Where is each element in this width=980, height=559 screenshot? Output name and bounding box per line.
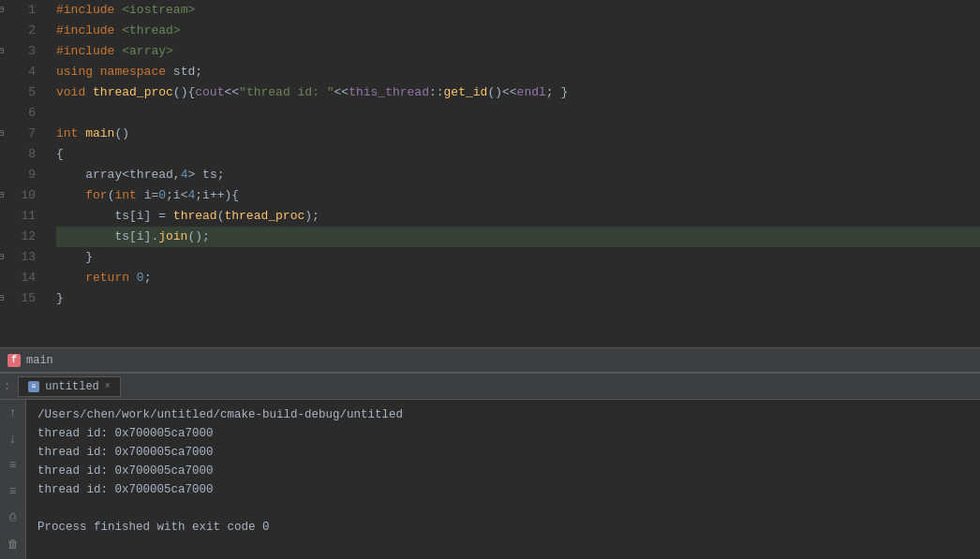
line-number-11: 11 bbox=[0, 206, 39, 227]
line-number-1: ⊟ 1 bbox=[0, 0, 39, 21]
terminal-content-wrapper: ↑ ↓ ≡ ≡ ⎙ 🗑 /Users/chen/work/untitled/cm… bbox=[0, 400, 980, 559]
terminal-tab-close[interactable]: × bbox=[105, 381, 111, 391]
line-number-14: 14 bbox=[0, 268, 39, 288]
code-line-14: return 0; bbox=[56, 268, 980, 288]
code-editor[interactable]: #include <iostream> #include <thread> #i… bbox=[47, 0, 980, 347]
line-numbers: ⊟ 1 2 ⊟ 3 4 5 6 bbox=[0, 0, 47, 347]
terminal-tab-label: untitled bbox=[45, 380, 99, 393]
terminal-line-1: thread id: 0x700005ca7000 bbox=[37, 424, 969, 443]
line-number-12: 12 bbox=[0, 227, 39, 247]
line-number-6: 6 bbox=[0, 103, 39, 124]
editor-area: ⊟ 1 2 ⊟ 3 4 5 6 bbox=[0, 0, 980, 372]
line-number-9: 9 bbox=[0, 165, 39, 185]
code-line-12: ts[i].join(); bbox=[56, 227, 980, 247]
terminal-sidebar: ↑ ↓ ≡ ≡ ⎙ 🗑 bbox=[0, 400, 26, 559]
fold-icon-1[interactable]: ⊟ bbox=[0, 0, 4, 21]
code-line-1: #include <iostream> bbox=[56, 0, 980, 21]
terminal-panel: : ≡ untitled × ↑ ↓ ≡ ≡ ⎙ 🗑 /Users/chen/w… bbox=[0, 372, 980, 559]
fold-icon-7[interactable]: ⊟ bbox=[0, 124, 4, 144]
terminal-output[interactable]: /Users/chen/work/untitled/cmake-build-de… bbox=[26, 400, 980, 559]
line-number-7: ⊟ ▶ 7 bbox=[0, 124, 39, 144]
line-number-8: 8 bbox=[0, 144, 39, 165]
filter-icon[interactable]: ≡ bbox=[4, 482, 22, 501]
terminal-line-exit: Process finished with exit code 0 bbox=[37, 518, 969, 537]
line-number-10: ⊟ 10 bbox=[0, 185, 39, 206]
line-number-5: 5 bbox=[0, 82, 39, 103]
code-line-6 bbox=[56, 103, 980, 124]
terminal-line-path: /Users/chen/work/untitled/cmake-build-de… bbox=[37, 405, 969, 424]
terminal-line-4: thread id: 0x700005ca7000 bbox=[37, 480, 969, 499]
fold-icon-15[interactable]: ⊟ bbox=[0, 288, 4, 309]
code-line-2: #include <thread> bbox=[56, 21, 980, 41]
line-number-3: ⊟ 3 bbox=[0, 41, 39, 62]
line-number-2: 2 bbox=[0, 21, 39, 41]
function-bar: f main bbox=[0, 347, 980, 372]
code-line-5: void thread_proc(){cout<<"thread id: "<<… bbox=[56, 82, 980, 103]
code-line-3: #include <array> bbox=[56, 41, 980, 62]
terminal-tab-icon: ≡ bbox=[28, 381, 39, 392]
code-line-11: ts[i] = thread(thread_proc); bbox=[56, 206, 980, 227]
code-line-15: } bbox=[56, 288, 980, 309]
print-icon[interactable]: ⎙ bbox=[4, 508, 22, 527]
terminal-tabs: : ≡ untitled × bbox=[0, 374, 980, 400]
fold-icon-10[interactable]: ⊟ bbox=[0, 185, 4, 206]
fold-icon-13[interactable]: ⊟ bbox=[0, 247, 4, 268]
terminal-line-3: thread id: 0x700005ca7000 bbox=[37, 462, 969, 480]
code-line-9: array<thread,4> ts; bbox=[56, 165, 980, 185]
wrap-icon[interactable]: ≡ bbox=[4, 456, 22, 475]
code-line-10: for(int i=0;i<4;i++){ bbox=[56, 185, 980, 206]
terminal-line-blank bbox=[37, 499, 969, 518]
scroll-down-icon[interactable]: ↓ bbox=[4, 430, 22, 449]
code-line-7: int main() bbox=[56, 124, 980, 144]
fold-icon-3[interactable]: ⊟ bbox=[0, 41, 4, 62]
code-line-4: using namespace std; bbox=[56, 62, 980, 82]
code-line-8: { bbox=[56, 144, 980, 165]
line-number-15: ⊟ 15 bbox=[0, 288, 39, 309]
terminal-tab-prefix: : bbox=[4, 380, 10, 393]
function-icon: f bbox=[7, 354, 21, 367]
clear-icon[interactable]: 🗑 bbox=[4, 535, 22, 553]
function-name-label: main bbox=[26, 354, 53, 367]
terminal-tab[interactable]: ≡ untitled × bbox=[18, 376, 121, 397]
scroll-up-icon[interactable]: ↑ bbox=[4, 404, 22, 422]
code-container: ⊟ 1 2 ⊟ 3 4 5 6 bbox=[0, 0, 980, 347]
line-number-4: 4 bbox=[0, 62, 39, 82]
terminal-line-2: thread id: 0x700005ca7000 bbox=[37, 443, 969, 462]
code-line-13: } bbox=[56, 247, 980, 268]
line-number-13: ⊟ 13 bbox=[0, 247, 39, 268]
